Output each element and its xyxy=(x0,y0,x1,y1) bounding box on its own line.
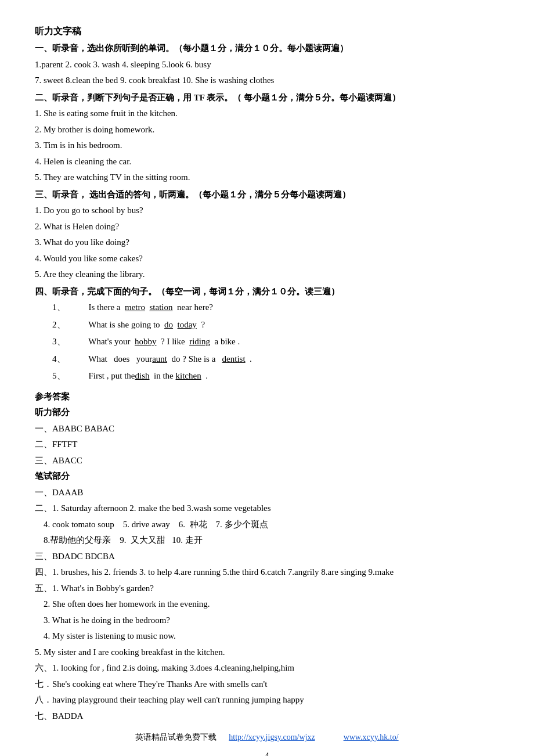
footer-link1[interactable]: http://xcyy.jigsy.com/wjxz xyxy=(229,733,315,741)
section2-item1: 1. She is eating some fruit in the kitch… xyxy=(35,106,499,121)
section2-header: 二、听录音，判断下列句子是否正确，用 TF 表示。（ 每小题１分，满分５分。每小… xyxy=(35,91,499,106)
writing-answer-8: 2. She often does her homework in the ev… xyxy=(35,597,499,612)
writing-answer-1: 一、DAAAB xyxy=(35,485,499,501)
answer-3: 三、ABACC xyxy=(35,453,499,469)
writing-answer-12: 六、1. looking for , find 2.is doing, maki… xyxy=(35,661,499,676)
answer-title: 参考答案 xyxy=(35,390,499,405)
section3-item5: 5. Are they cleaning the library. xyxy=(35,267,499,282)
writing-answer-4: 8.帮助他的父母亲 9. 又大又甜 10. 走开 xyxy=(35,533,499,548)
writing-answer-5: 三、BDADC BDCBA xyxy=(35,549,499,564)
section4-row3: 3、 What's your hobby ? I like riding a b… xyxy=(52,334,499,350)
writing-answer-13: 七．She's cooking eat where They're Thanks… xyxy=(35,677,499,692)
section2-item2: 2. My brother is doing homework. xyxy=(35,123,499,138)
section3-item3: 3. What do you like doing? xyxy=(35,235,499,250)
section1-header: 一、听录音，选出你所听到的单词。（每小题１分，满分１０分。每小题读两遍） xyxy=(35,41,499,56)
writing-answer-2: 二、1. Saturday afternoon 2. make the bed … xyxy=(35,501,499,516)
section2-item3: 3. Tim is in his bedroom. xyxy=(35,138,499,153)
footer-link2[interactable]: www.xcyy.hk.to/ xyxy=(344,733,399,741)
listening-title: 听力部分 xyxy=(35,405,499,420)
section4-row2: 2、 What is she going to do today ? xyxy=(52,318,499,333)
section1-row2: 7. sweet 8.clean the bed 9. cook breakfa… xyxy=(35,73,499,88)
section3-item2: 2. What is Helen doing? xyxy=(35,219,499,235)
writing-answer-7: 五、1. What's in Bobby's garden? xyxy=(35,581,499,596)
writing-answer-10: 4. My sister is listening to music now. xyxy=(35,629,499,644)
section4-row1: 1、 Is there a metro station near here? xyxy=(52,300,499,315)
writing-answer-9: 3. What is he doing in the bedroom? xyxy=(35,613,499,628)
footer-links: 英语精品试卷免费下载 http://xcyy.jigsy.com/wjxz ww… xyxy=(35,730,499,744)
footer-text: 英语精品试卷免费下载 xyxy=(135,733,217,741)
section2-item5: 5. They are watching TV in the sitting r… xyxy=(35,170,499,185)
main-title: 听力文字稿 xyxy=(35,23,499,39)
section1-row1: 1.parent 2. cook 3. wash 4. sleeping 5.l… xyxy=(35,57,499,73)
answer-1: 一、ABABC BABAC xyxy=(35,422,499,437)
section4-row4: 4、 What does youraunt do ? She is a dent… xyxy=(52,352,499,367)
page-number: - 4 - xyxy=(35,749,499,756)
writing-answer-14: 八．having playground their teaching play … xyxy=(35,693,499,708)
section2-item4: 4. Helen is cleaning the car. xyxy=(35,154,499,170)
section3-header: 三、听录音， 选出合适的答句，听两遍。（每小题１分，满分５分每小题读两遍） xyxy=(35,188,499,203)
writing-answer-3: 4. cook tomato soup 5. drive away 6. 种花 … xyxy=(35,517,499,532)
section4-row5: 5、 First , put thedish in the kitchen . xyxy=(52,369,499,384)
writing-answer-15: 七、BADDA xyxy=(35,709,499,724)
section4-header: 四、听录音，完成下面的句子。（每空一词，每词１分，满分１０分。读三遍） xyxy=(35,285,499,300)
section3-item1: 1. Do you go to school by bus? xyxy=(35,203,499,218)
writing-answer-6: 四、1. brushes, his 2. friends 3. to help … xyxy=(35,565,499,580)
writing-answer-11: 5. My sister and I are cooking breakfast… xyxy=(35,645,499,660)
answer-2: 二、FFTFT xyxy=(35,437,499,452)
section3-item4: 4. Would you like some cakes? xyxy=(35,251,499,267)
writing-title: 笔试部分 xyxy=(35,469,499,484)
